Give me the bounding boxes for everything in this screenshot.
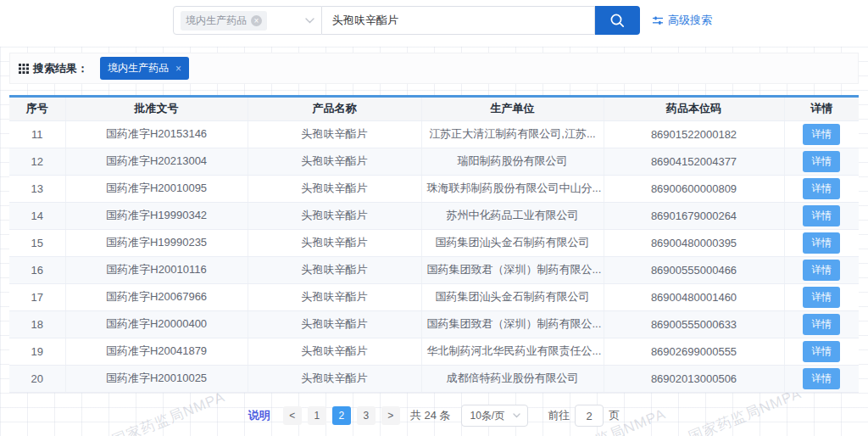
search-category-select[interactable]: 境内生产药品 × — [173, 6, 322, 35]
row-detail-cell: 详情 — [784, 338, 859, 365]
table-row: 19国药准字H20041879头孢呋辛酯片华北制药河北华民药业有限责任公...8… — [9, 338, 859, 365]
row-approval-number: 国药准字H20000400 — [65, 310, 248, 338]
row-manufacturer: 瑞阳制药股份有限公司 — [421, 148, 604, 175]
row-code: 86901522000182 — [604, 120, 784, 148]
search-icon — [609, 13, 626, 29]
selected-category-tag: 境内生产药品 × — [181, 11, 267, 31]
row-detail-cell: 详情 — [784, 175, 859, 202]
row-no: 11 — [9, 120, 65, 148]
row-code: 86902013000506 — [604, 365, 784, 392]
clear-category-icon[interactable]: × — [251, 15, 262, 26]
table-row: 15国药准字H19990235头孢呋辛酯片国药集团汕头金石制药有限公司86900… — [9, 229, 859, 256]
row-code: 86901679000264 — [604, 202, 784, 229]
detail-button[interactable]: 详情 — [803, 287, 840, 308]
row-approval-number: 国药准字H20010095 — [65, 175, 248, 202]
row-approval-number: 国药准字H20153146 — [65, 120, 248, 148]
selected-category-label: 境内生产药品 — [186, 14, 247, 28]
row-product-name: 头孢呋辛酯片 — [248, 310, 421, 338]
row-manufacturer: 国药集团汕头金石制药有限公司 — [421, 229, 604, 256]
advanced-search-label: 高级搜索 — [668, 13, 712, 28]
detail-button[interactable]: 详情 — [803, 260, 840, 281]
row-product-name: 头孢呋辛酯片 — [248, 338, 421, 365]
page-size-value: 10条/页 — [470, 409, 505, 423]
advanced-search-link[interactable]: 高级搜索 — [652, 13, 712, 28]
column-header-approval: 批准文号 — [65, 98, 248, 120]
row-approval-number: 国药准字H20213004 — [65, 148, 248, 175]
next-page-button[interactable]: > — [381, 406, 400, 425]
column-header-code: 药品本位码 — [604, 98, 784, 120]
detail-button[interactable]: 详情 — [803, 151, 840, 172]
goto-page-group: 前往 页 — [548, 405, 620, 427]
row-approval-number: 国药准字H20010116 — [65, 256, 248, 283]
page-size-select[interactable]: 10条/页 — [461, 405, 529, 427]
search-bar: 境内生产药品 × 高级搜索 — [173, 6, 712, 35]
note-link[interactable]: 说明 — [248, 408, 270, 423]
table-row: 13国药准字H20010095头孢呋辛酯片珠海联邦制药股份有限公司中山分...8… — [9, 175, 859, 202]
row-product-name: 头孢呋辛酯片 — [248, 202, 421, 229]
grid-icon — [19, 64, 29, 74]
row-no: 12 — [9, 148, 65, 175]
detail-button[interactable]: 详情 — [803, 178, 840, 199]
prev-page-button[interactable]: < — [283, 406, 302, 425]
detail-button[interactable]: 详情 — [803, 341, 840, 362]
row-manufacturer: 国药集团致君（深圳）制药有限公... — [421, 256, 604, 283]
table-row: 17国药准字H20067966头孢呋辛酯片国药集团汕头金石制药有限公司86900… — [9, 283, 859, 310]
row-detail-cell: 详情 — [784, 283, 859, 310]
row-product-name: 头孢呋辛酯片 — [248, 256, 421, 283]
page-button-1[interactable]: 1 — [308, 406, 326, 425]
column-header-product: 产品名称 — [248, 98, 421, 120]
column-header-detail: 详情 — [784, 98, 859, 120]
row-detail-cell: 详情 — [784, 365, 859, 392]
row-approval-number: 国药准字H20067966 — [65, 283, 248, 310]
row-code: 86900600000809 — [604, 175, 784, 202]
search-input[interactable] — [322, 6, 595, 35]
row-detail-cell: 详情 — [784, 120, 859, 148]
table-row: 14国药准字H19990342头孢呋辛酯片苏州中化药品工业有限公司8690167… — [9, 202, 859, 229]
row-manufacturer: 国药集团汕头金石制药有限公司 — [421, 283, 604, 310]
goto-page-input[interactable] — [575, 405, 604, 427]
row-product-name: 头孢呋辛酯片 — [248, 175, 421, 202]
row-no: 17 — [9, 283, 65, 310]
search-button[interactable] — [595, 6, 640, 35]
row-product-name: 头孢呋辛酯片 — [248, 283, 421, 310]
search-results-bar: 搜索结果： 境内生产药品 × — [9, 53, 859, 84]
row-no: 20 — [9, 365, 65, 392]
row-no: 16 — [9, 256, 65, 283]
row-code: 86900555000633 — [604, 310, 784, 338]
results-table-body: 11国药准字H20153146头孢呋辛酯片江苏正大清江制药有限公司,江苏...8… — [9, 120, 859, 392]
filter-sliders-icon — [652, 14, 664, 26]
row-approval-number: 国药准字H20010025 — [65, 365, 248, 392]
detail-button[interactable]: 详情 — [803, 314, 840, 335]
row-product-name: 头孢呋辛酯片 — [248, 365, 421, 392]
table-row: 20国药准字H20010025头孢呋辛酯片成都倍特药业股份有限公司8690201… — [9, 365, 859, 392]
detail-button[interactable]: 详情 — [803, 205, 840, 226]
page-button-3[interactable]: 3 — [357, 406, 376, 425]
detail-button[interactable]: 详情 — [803, 368, 840, 389]
row-product-name: 头孢呋辛酯片 — [248, 229, 421, 256]
remove-filter-icon[interactable]: × — [175, 64, 181, 74]
row-no: 13 — [9, 175, 65, 202]
detail-button[interactable]: 详情 — [803, 232, 840, 254]
column-header-manufacturer: 生产单位 — [421, 98, 604, 120]
row-code: 86902699000555 — [604, 338, 784, 365]
row-no: 14 — [9, 202, 65, 229]
row-manufacturer: 珠海联邦制药股份有限公司中山分... — [421, 175, 604, 202]
detail-button[interactable]: 详情 — [803, 124, 840, 145]
row-product-name: 头孢呋辛酯片 — [248, 148, 421, 175]
table-row: 12国药准字H20213004头孢呋辛酯片瑞阳制药股份有限公司869041520… — [9, 148, 859, 175]
table-header-row: 序号 批准文号 产品名称 生产单位 药品本位码 详情 — [9, 98, 859, 120]
row-detail-cell: 详情 — [784, 256, 859, 283]
results-label: 搜索结果： — [19, 61, 88, 76]
table-row: 18国药准字H20000400头孢呋辛酯片国药集团致君（深圳）制药有限公...8… — [9, 310, 859, 338]
results-filter-tag-label: 境内生产药品 — [108, 61, 169, 75]
row-manufacturer: 成都倍特药业股份有限公司 — [421, 365, 604, 392]
chevron-down-icon — [513, 413, 520, 418]
results-label-text: 搜索结果： — [33, 61, 88, 76]
row-approval-number: 国药准字H19990342 — [65, 202, 248, 229]
row-no: 18 — [9, 310, 65, 338]
results-table: 序号 批准文号 产品名称 生产单位 药品本位码 详情 11国药准字H201531… — [9, 95, 859, 393]
row-manufacturer: 江苏正大清江制药有限公司,江苏... — [421, 120, 604, 148]
row-code: 86904152004377 — [604, 148, 784, 175]
results-filter-tag[interactable]: 境内生产药品 × — [100, 57, 189, 80]
page-button-2[interactable]: 2 — [332, 406, 351, 425]
